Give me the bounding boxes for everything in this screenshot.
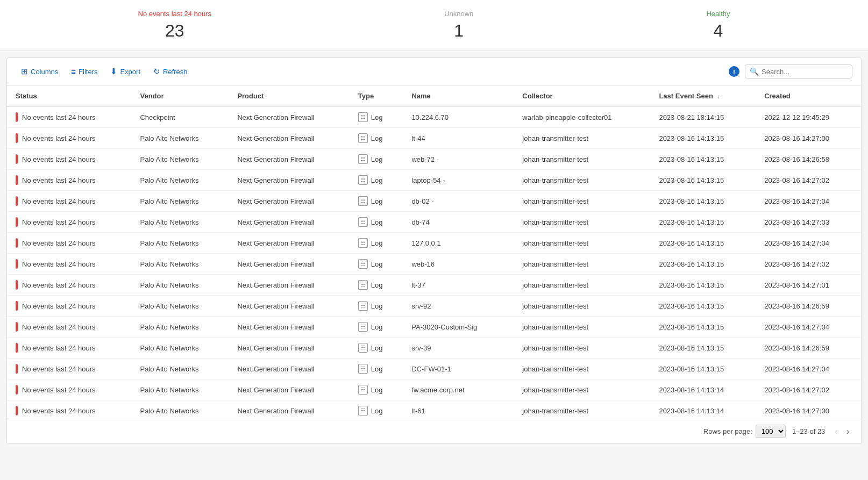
status-text: No events last 24 hours: [22, 197, 96, 205]
status-bar: [16, 154, 18, 164]
status-bar: [16, 322, 18, 332]
next-page-button[interactable]: ›: [843, 426, 852, 438]
cell-name: db-02 -: [403, 191, 514, 212]
info-icon[interactable]: i: [729, 66, 739, 77]
cell-vendor: Palo Alto Networks: [131, 296, 229, 317]
cell-product: Next Generation Firewall: [229, 233, 349, 254]
cell-type: ☷Log: [350, 275, 403, 296]
table-row[interactable]: No events last 24 hoursCheckpointNext Ge…: [7, 107, 861, 128]
type-text: Log: [371, 323, 383, 331]
table-row[interactable]: No events last 24 hoursPalo Alto Network…: [7, 379, 861, 400]
cell-status: No events last 24 hours: [7, 107, 131, 128]
cell-type: ☷Log: [350, 400, 403, 419]
cell-created: 2023-08-16 14:27:00: [756, 128, 861, 149]
table-row[interactable]: No events last 24 hoursPalo Alto Network…: [7, 338, 861, 359]
cell-created: 2023-08-16 14:27:03: [756, 212, 861, 233]
cell-status: No events last 24 hours: [7, 149, 131, 170]
log-icon: ☷: [358, 385, 368, 395]
cell-collector: johan-transmitter-test: [514, 359, 650, 379]
table-row[interactable]: No events last 24 hoursPalo Alto Network…: [7, 128, 861, 149]
cell-created: 2023-08-16 14:26:58: [756, 149, 861, 170]
refresh-button[interactable]: ↻ Refresh: [148, 63, 193, 80]
table-row[interactable]: No events last 24 hoursPalo Alto Network…: [7, 233, 861, 254]
summary-bar: No events last 24 hours 23 Unknown 1 Hea…: [0, 0, 868, 51]
cell-vendor: Palo Alto Networks: [131, 400, 229, 419]
export-button[interactable]: ⬇ Export: [105, 63, 146, 80]
search-input[interactable]: [762, 68, 848, 76]
cell-vendor: Palo Alto Networks: [131, 275, 229, 296]
type-text: Log: [371, 386, 383, 394]
cell-status: No events last 24 hours: [7, 359, 131, 379]
status-text: No events last 24 hours: [22, 239, 96, 247]
cell-type: ☷Log: [350, 191, 403, 212]
table-row[interactable]: No events last 24 hoursPalo Alto Network…: [7, 400, 861, 419]
status-text: No events last 24 hours: [22, 113, 96, 121]
type-text: Log: [371, 113, 383, 121]
cell-last-event-seen: 2023-08-16 14:13:15: [650, 296, 756, 317]
cell-type: ☷Log: [350, 170, 403, 191]
cell-product: Next Generation Firewall: [229, 254, 349, 275]
cell-status: No events last 24 hours: [7, 191, 131, 212]
cell-name: srv-92: [403, 296, 514, 317]
cell-vendor: Palo Alto Networks: [131, 149, 229, 170]
cell-name: web-72 -: [403, 149, 514, 170]
table-row[interactable]: No events last 24 hoursPalo Alto Network…: [7, 296, 861, 317]
sort-icon: ↓: [717, 93, 720, 99]
filters-label: Filters: [79, 68, 97, 76]
table-row[interactable]: No events last 24 hoursPalo Alto Network…: [7, 170, 861, 191]
cell-created: 2023-08-16 14:27:04: [756, 359, 861, 379]
rows-per-page-select[interactable]: 100 10 25 50: [756, 425, 786, 438]
col-last-event-seen[interactable]: Last Event Seen ↓: [650, 85, 756, 107]
status-bar: [16, 175, 18, 185]
cell-vendor: Palo Alto Networks: [131, 338, 229, 359]
log-icon: ☷: [358, 322, 368, 332]
cell-vendor: Palo Alto Networks: [131, 379, 229, 400]
cell-status: No events last 24 hours: [7, 317, 131, 338]
cell-status: No events last 24 hours: [7, 275, 131, 296]
cell-collector: johan-transmitter-test: [514, 338, 650, 359]
toolbar-right: i 🔍: [729, 65, 852, 78]
prev-page-button[interactable]: ‹: [831, 426, 841, 438]
cell-type: ☷Log: [350, 338, 403, 359]
cell-last-event-seen: 2023-08-16 14:13:15: [650, 128, 756, 149]
cell-collector: johan-transmitter-test: [514, 254, 650, 275]
cell-status: No events last 24 hours: [7, 296, 131, 317]
type-text: Log: [371, 239, 383, 247]
col-type: Type: [350, 85, 403, 107]
cell-type: ☷Log: [350, 359, 403, 379]
no-events-value: 23: [138, 21, 212, 41]
table-row[interactable]: No events last 24 hoursPalo Alto Network…: [7, 149, 861, 170]
type-text: Log: [371, 344, 383, 352]
table-row[interactable]: No events last 24 hoursPalo Alto Network…: [7, 191, 861, 212]
table-row[interactable]: No events last 24 hoursPalo Alto Network…: [7, 275, 861, 296]
table-row[interactable]: No events last 24 hoursPalo Alto Network…: [7, 317, 861, 338]
no-events-label: No events last 24 hours: [138, 10, 212, 18]
status-bar: [16, 343, 18, 353]
table-row[interactable]: No events last 24 hoursPalo Alto Network…: [7, 359, 861, 379]
type-text: Log: [371, 302, 383, 310]
cell-collector: johan-transmitter-test: [514, 128, 650, 149]
status-bar: [16, 301, 18, 311]
cell-vendor: Palo Alto Networks: [131, 359, 229, 379]
cell-type: ☷Log: [350, 379, 403, 400]
cell-product: Next Generation Firewall: [229, 338, 349, 359]
cell-name: lt-61: [403, 400, 514, 419]
summary-unknown: Unknown 1: [444, 10, 473, 41]
cell-last-event-seen: 2023-08-16 14:13:15: [650, 149, 756, 170]
columns-button[interactable]: ⊞ Columns: [16, 63, 63, 80]
table-row[interactable]: No events last 24 hoursPalo Alto Network…: [7, 254, 861, 275]
columns-icon: ⊞: [21, 67, 28, 76]
cell-last-event-seen: 2023-08-16 14:13:15: [650, 359, 756, 379]
table-row[interactable]: No events last 24 hoursPalo Alto Network…: [7, 212, 861, 233]
cell-status: No events last 24 hours: [7, 338, 131, 359]
cell-vendor: Palo Alto Networks: [131, 212, 229, 233]
main-table-container: ⊞ Columns ≡ Filters ⬇ Export ↻ Refresh i…: [6, 58, 862, 444]
cell-product: Next Generation Firewall: [229, 400, 349, 419]
log-icon: ☷: [358, 280, 368, 290]
filters-button[interactable]: ≡ Filters: [66, 64, 103, 80]
type-text: Log: [371, 260, 383, 268]
col-vendor: Vendor: [131, 85, 229, 107]
cell-last-event-seen: 2023-08-16 14:13:14: [650, 400, 756, 419]
cell-name: srv-39: [403, 338, 514, 359]
refresh-icon: ↻: [153, 67, 160, 76]
